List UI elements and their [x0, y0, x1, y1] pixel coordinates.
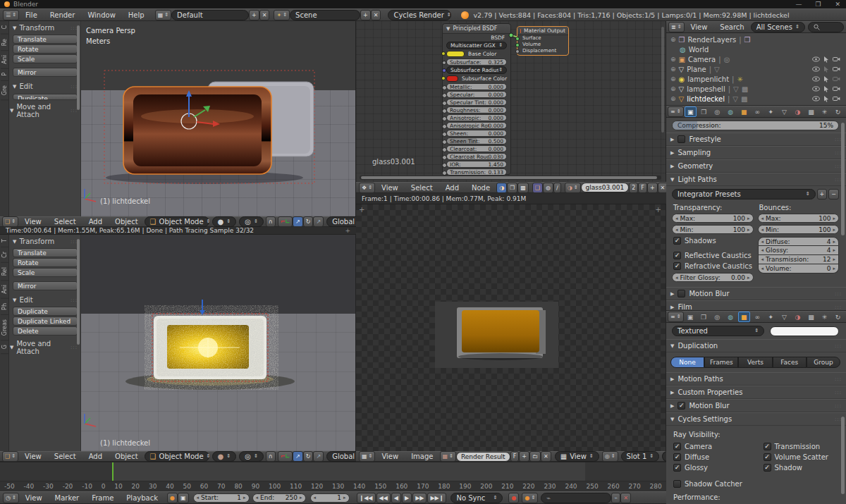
tab-physics-icon[interactable]: ↻: [832, 312, 844, 322]
panel-cycles-settings[interactable]: ▼Cycles Settings:::: [666, 412, 846, 426]
menu-image[interactable]: Image: [405, 453, 439, 460]
panel-transform-header[interactable]: ▼Transform:::: [13, 24, 78, 32]
node-principled-bsdf[interactable]: ▼Principled BSDF BSDF Multiscatter GGX⇕ …: [442, 23, 511, 175]
duplication-none-button[interactable]: None: [670, 357, 704, 368]
frame-end-field[interactable]: ◂End:250▸: [252, 493, 306, 503]
panel-light-paths[interactable]: ▼Light Paths:::: [666, 173, 846, 186]
search-input[interactable]: [808, 22, 844, 32]
duplication-frames-button[interactable]: Frames: [704, 357, 738, 368]
tool-button[interactable]: Translate: [13, 248, 78, 257]
menu-object[interactable]: Object: [109, 218, 145, 226]
tab-render-layers-icon[interactable]: ❐: [698, 106, 710, 117]
unlink-image-button[interactable]: ✕: [541, 451, 551, 462]
jump-to-start-button[interactable]: ❙◀◀: [357, 493, 376, 503]
duplication-faces-button[interactable]: Faces: [773, 357, 807, 368]
menu-add[interactable]: Add: [82, 453, 109, 460]
tool-button[interactable]: Delete: [13, 326, 78, 336]
toolshelf-tab[interactable]: Cr: [1, 247, 8, 263]
node-hscrollbar[interactable]: [360, 176, 661, 180]
bsdf-param-slider[interactable]: Specular:0.000: [446, 91, 507, 98]
subsurface-color-swatch[interactable]: [446, 75, 458, 82]
menu-playback[interactable]: Playback: [120, 494, 164, 502]
mirror-button[interactable]: Mirror: [13, 281, 78, 290]
next-keyframe-button[interactable]: ▶▶: [412, 493, 427, 503]
menu-window[interactable]: Window: [81, 11, 121, 19]
expand-icon[interactable]: ⊕: [670, 75, 676, 82]
rotate-manipulator-button[interactable]: ↻: [303, 216, 314, 227]
tab-data-icon[interactable]: ▽: [778, 106, 790, 117]
expand-icon[interactable]: ⊕: [670, 36, 676, 43]
preset-remove-button[interactable]: −: [828, 189, 839, 199]
tab-constraints-icon[interactable]: ∞: [752, 312, 764, 322]
tab-constraints-icon[interactable]: ∞: [752, 106, 764, 117]
duplicate-button-clipped[interactable]: Duplicate: [13, 94, 78, 100]
base-color-swatch[interactable]: [446, 51, 465, 57]
outliner-row-lampeshell[interactable]: ⊕ ▽ lampeshell |▽▩: [666, 84, 846, 94]
bsdf-param-slider[interactable]: IOR:1.450: [446, 161, 507, 168]
bounce-field[interactable]: ◂Volume:0▸: [758, 264, 840, 273]
translate-manipulator-button[interactable]: ↗: [293, 216, 303, 227]
panel-freestyle[interactable]: ▶Freestyle:::: [666, 133, 846, 146]
transparency-field[interactable]: ◂Min:100▸: [672, 225, 754, 234]
outliner-row-lampenlicht[interactable]: ⊕ ◉ lampenlicht |✳: [666, 74, 846, 84]
panel-move-attach-header[interactable]: ▼Move and Attach:::: [10, 340, 78, 355]
layout-icon-button[interactable]: ▦⇕: [155, 10, 171, 20]
tab-physics-icon[interactable]: ↻: [832, 106, 844, 117]
motion-blur-checkbox[interactable]: [678, 290, 685, 297]
tab-material-icon[interactable]: ◑: [792, 106, 804, 117]
menu-object[interactable]: Object: [109, 453, 145, 460]
bounce-field[interactable]: ◂Glossy:4▸: [758, 246, 840, 255]
viewport-3d-bottom[interactable]: (1) lichtdeckel T Cr Rel Ani Ph Greas G …: [0, 235, 356, 451]
tab-render-icon[interactable]: ▣: [685, 312, 697, 322]
refractive-caustics-checkbox[interactable]: ✓: [673, 262, 681, 270]
renderability-camera-icon[interactable]: [833, 76, 840, 82]
preset-add-button[interactable]: +: [817, 189, 828, 199]
jump-to-end-button[interactable]: ▶▶❙: [427, 493, 446, 503]
volume-socket[interactable]: [515, 43, 520, 47]
renderability-camera-icon[interactable]: [833, 56, 840, 62]
visibility-eye-icon[interactable]: [812, 96, 820, 102]
shader-nodes-button[interactable]: ◑: [496, 183, 507, 193]
pivot-selector[interactable]: ◎⇕: [239, 451, 264, 462]
tab-object-icon[interactable]: ■: [738, 106, 750, 117]
toolshelf-tab[interactable]: Ani: [1, 51, 8, 69]
ray-diffuse-checkbox[interactable]: ✓: [673, 453, 681, 461]
distribution-dropdown[interactable]: Multiscatter GGX⇕: [446, 42, 507, 49]
scene-selector[interactable]: Scene: [290, 10, 360, 20]
properties-scrollbar[interactable]: [841, 417, 845, 494]
menu-view[interactable]: View: [375, 184, 405, 192]
bounces-minmax-field[interactable]: ◂Max:100▸: [758, 214, 840, 223]
visibility-eye-icon[interactable]: [812, 56, 820, 62]
bounces-minmax-field[interactable]: ◂Min:100▸: [758, 225, 840, 234]
shading-selector[interactable]: ●⇕: [212, 451, 237, 462]
node-header[interactable]: ▼Principled BSDF: [443, 24, 510, 34]
bounce-field[interactable]: ◂Transmission:12▸: [758, 255, 840, 264]
new-material-button[interactable]: +: [647, 183, 658, 193]
image-browse-button[interactable]: ▦⇕: [440, 451, 456, 462]
fake-user-button[interactable]: F: [638, 183, 647, 193]
integrator-presets-selector[interactable]: Integrator Presets⇕: [672, 189, 816, 199]
ray-shadow-checkbox[interactable]: ✓: [764, 464, 771, 472]
surface-socket[interactable]: [515, 37, 520, 41]
panel-duplication[interactable]: ▼Duplication:::: [666, 339, 846, 352]
selectability-cursor-icon[interactable]: [823, 96, 829, 102]
shelf-scrollbar[interactable]: [77, 239, 80, 345]
duplication-group-button[interactable]: Group: [807, 357, 840, 368]
expand-icon[interactable]: ⊕: [670, 85, 676, 92]
toolshelf-tab[interactable]: Re: [1, 35, 8, 51]
pivot-selector[interactable]: ◎⇕: [239, 216, 264, 227]
node-material-output[interactable]: Material Output Surface Volume Displacem…: [517, 26, 569, 56]
freestyle-checkbox[interactable]: [678, 135, 685, 143]
menu-select[interactable]: Select: [48, 453, 82, 460]
bsdf-param-slider[interactable]: Specular Tint:0.000: [446, 99, 507, 106]
tab-world-icon[interactable]: ◍: [725, 312, 737, 322]
record-button[interactable]: ●: [508, 493, 519, 503]
panel-edit-header[interactable]: ▼Edit:::: [13, 296, 78, 304]
tool-button[interactable]: Rotate: [13, 44, 78, 54]
tab-modifiers-icon[interactable]: ✦: [765, 312, 777, 322]
snap-button[interactable]: ∩: [266, 451, 276, 462]
timeline-ruler[interactable]: -50-40-30-20-100102030405060708090100110…: [0, 481, 666, 491]
toolshelf-tab[interactable]: Greas: [1, 315, 8, 340]
visibility-eye-icon[interactable]: [812, 76, 820, 82]
mirror-button[interactable]: Mirror: [13, 68, 78, 77]
